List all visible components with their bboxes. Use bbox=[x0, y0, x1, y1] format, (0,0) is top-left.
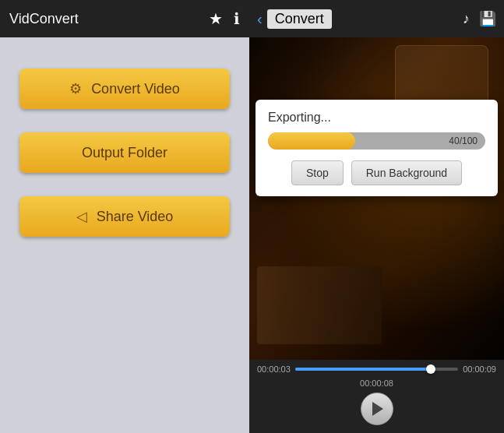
progress-fill bbox=[268, 132, 355, 150]
right-header-left: ‹ Convert bbox=[257, 9, 332, 29]
left-header-icons: ★ ℹ bbox=[209, 9, 240, 28]
right-header-icons: ♪ 💾 bbox=[463, 10, 496, 27]
convert-video-icon: ⚙ bbox=[69, 80, 82, 97]
left-header: VidConvert ★ ℹ bbox=[0, 0, 249, 37]
progress-text: 40/100 bbox=[449, 136, 478, 146]
seek-fill bbox=[295, 368, 431, 371]
output-folder-label: Output Folder bbox=[82, 145, 167, 161]
output-folder-button[interactable]: Output Folder bbox=[19, 132, 230, 173]
time-end-label: 00:00:09 bbox=[463, 364, 496, 374]
star-icon[interactable]: ★ bbox=[209, 9, 223, 28]
share-video-button[interactable]: ◁ Share Video bbox=[19, 196, 230, 237]
progress-bar-container: 40/100 bbox=[268, 132, 485, 150]
video-area: Exporting... 40/100 Stop Run Background bbox=[249, 37, 504, 360]
video-controls: 00:00:03 00:00:09 00:00:08 bbox=[249, 360, 504, 433]
left-menu: ⚙ Convert Video Output Folder ◁ Share Vi… bbox=[0, 37, 249, 433]
time-bar-container: 00:00:03 00:00:09 bbox=[257, 364, 496, 374]
seek-thumb bbox=[426, 364, 435, 374]
back-button[interactable]: ‹ bbox=[257, 10, 263, 28]
export-buttons: Stop Run Background bbox=[268, 160, 485, 185]
left-panel: VidConvert ★ ℹ ⚙ Convert Video Output Fo… bbox=[0, 0, 249, 433]
playback-controls bbox=[257, 393, 496, 425]
play-button[interactable] bbox=[361, 393, 393, 425]
save-icon[interactable]: 💾 bbox=[479, 10, 496, 27]
share-video-label: Share Video bbox=[97, 209, 174, 225]
seek-bar[interactable] bbox=[295, 368, 458, 371]
export-title: Exporting... bbox=[268, 111, 485, 125]
app-title: VidConvert bbox=[9, 11, 79, 27]
info-icon[interactable]: ℹ bbox=[234, 9, 240, 28]
run-background-button[interactable]: Run Background bbox=[351, 160, 462, 185]
right-title: Convert bbox=[267, 9, 332, 29]
convert-video-label: Convert Video bbox=[91, 81, 180, 97]
car-door bbox=[257, 266, 382, 344]
right-header: ‹ Convert ♪ 💾 bbox=[249, 0, 504, 37]
time-start-label: 00:00:03 bbox=[257, 364, 291, 374]
current-time-label: 00:00:08 bbox=[257, 378, 496, 388]
convert-video-button[interactable]: ⚙ Convert Video bbox=[19, 69, 230, 109]
stop-button[interactable]: Stop bbox=[291, 160, 344, 185]
music-icon[interactable]: ♪ bbox=[463, 11, 470, 27]
share-video-icon: ◁ bbox=[76, 208, 87, 225]
right-panel: ‹ Convert ♪ 💾 Exporting... 40/100 Stop R… bbox=[249, 0, 504, 433]
play-icon bbox=[372, 402, 383, 416]
export-dialog: Exporting... 40/100 Stop Run Background bbox=[256, 100, 498, 196]
